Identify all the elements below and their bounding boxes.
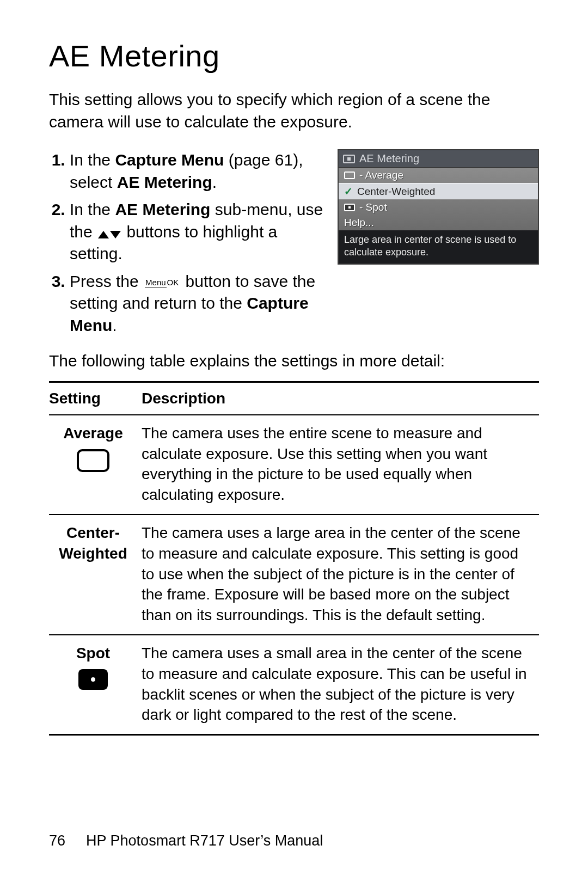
manual-page: AE Metering This setting allows you to s… xyxy=(0,0,588,882)
bold: AE Metering xyxy=(117,173,212,191)
table-lead: The following table explains the setting… xyxy=(49,352,539,370)
text: In the xyxy=(70,200,115,218)
th-setting: Setting xyxy=(49,382,142,415)
page-number: 76 xyxy=(49,832,65,849)
cam-item-average: - Average xyxy=(339,168,538,183)
text: . xyxy=(212,173,217,191)
bold: Capture Menu xyxy=(115,151,224,169)
steps-and-screenshot: In the Capture Menu (page 61), select AE… xyxy=(49,149,539,342)
cam-menu-header: AE Metering xyxy=(339,150,538,168)
camera-screenshot: AE Metering - Average ✓ Center-Weighted … xyxy=(338,149,539,265)
text: Press the xyxy=(70,272,143,290)
svg-marker-1 xyxy=(110,231,121,238)
setting-desc: The camera uses a large area in the cent… xyxy=(142,514,539,635)
menu-ok-button-icon: MenuOK xyxy=(145,278,179,286)
th-description: Description xyxy=(142,382,539,415)
spot-icon xyxy=(344,204,355,211)
cam-item-spot: - Spot xyxy=(339,200,538,215)
step-3: Press the MenuOK button to save the sett… xyxy=(70,271,327,337)
label: Center-Weighted xyxy=(357,186,435,198)
cam-hint-text: Large area in center of scene is used to… xyxy=(339,230,538,264)
average-icon xyxy=(77,449,109,472)
setting-name-cell: Average xyxy=(49,415,142,514)
page-footer: 76 HP Photosmart R717 User’s Manual xyxy=(49,832,323,849)
page-title: AE Metering xyxy=(49,38,539,74)
setting-label: Center-Weighted xyxy=(49,523,137,564)
spot-icon xyxy=(78,669,108,690)
steps-list: In the Capture Menu (page 61), select AE… xyxy=(49,149,327,342)
up-down-arrow-icon xyxy=(97,225,122,241)
step-2: In the AE Metering sub-menu, use the but… xyxy=(70,199,327,265)
setting-label: Spot xyxy=(49,643,137,664)
cam-item-help: Help... xyxy=(339,215,538,230)
table-row: Spot The camera uses a small area in the… xyxy=(49,635,539,735)
setting-desc: The camera uses the entire scene to meas… xyxy=(142,415,539,514)
average-icon xyxy=(344,171,355,179)
setting-desc: The camera uses a small area in the cent… xyxy=(142,635,539,735)
svg-marker-0 xyxy=(98,231,109,238)
label: - Average xyxy=(359,169,403,181)
step-1: In the Capture Menu (page 61), select AE… xyxy=(70,149,327,193)
bold: AE Metering xyxy=(115,200,210,218)
setting-name-cell: Spot xyxy=(49,635,142,735)
cam-menu-list: - Average ✓ Center-Weighted - Spot Help.… xyxy=(339,168,538,230)
cam-title: AE Metering xyxy=(359,152,419,165)
text: . xyxy=(112,316,117,334)
metering-icon xyxy=(343,155,355,163)
text: In the xyxy=(70,151,115,169)
intro-paragraph: This setting allows you to specify which… xyxy=(49,89,539,133)
setting-label: Average xyxy=(49,423,137,444)
label: - Spot xyxy=(359,201,387,213)
setting-name-cell: Center-Weighted xyxy=(49,514,142,635)
settings-table: Setting Description Average The camera u… xyxy=(49,381,539,736)
label: Help... xyxy=(344,217,374,229)
table-row: Average The camera uses the entire scene… xyxy=(49,415,539,514)
cam-item-center-weighted: ✓ Center-Weighted xyxy=(339,183,538,200)
book-title: HP Photosmart R717 User’s Manual xyxy=(86,832,323,849)
check-icon: ✓ xyxy=(344,185,353,198)
table-row: Center-Weighted The camera uses a large … xyxy=(49,514,539,635)
